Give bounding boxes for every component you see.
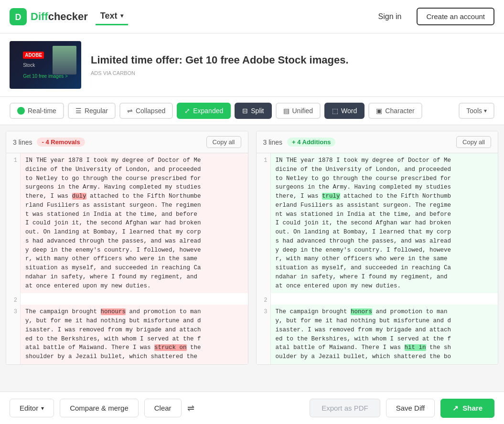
right-panel-header: 3 lines + 4 Additions Copy all	[257, 131, 498, 153]
left-panel: 3 lines - 4 Removals Copy all 1 IN THE y…	[6, 131, 248, 365]
logo-text: Diffchecker	[31, 11, 88, 23]
right-line-content-3: The campaign brought honors and promotio…	[271, 305, 498, 364]
split-icon: ⊟	[242, 107, 248, 115]
create-account-button[interactable]: Create an account	[417, 8, 494, 25]
highlight-honours: honours	[101, 308, 126, 315]
ad-image: ADOBE Stock Get 10 free images >	[10, 41, 81, 89]
left-line-content-1: IN THE year 1878 I took my degree of Doc…	[21, 153, 248, 293]
right-stats: 3 lines + 4 Additions	[263, 138, 336, 147]
additions-badge: + 4 Additions	[287, 138, 336, 147]
removals-badge: - 4 Removals	[37, 138, 85, 147]
right-diff-content: 1 IN THE year 1878 I took my degree of D…	[257, 153, 498, 364]
split-label: Split	[251, 107, 264, 115]
right-line-num-1: 1	[257, 153, 271, 293]
right-panel: 3 lines + 4 Additions Copy all 1 IN THE …	[256, 131, 499, 365]
svg-text:D: D	[15, 12, 21, 22]
right-line-num-3: 3	[257, 305, 271, 364]
expanded-label: Expanded	[193, 107, 223, 115]
right-line-content-2	[271, 293, 498, 305]
character-button[interactable]: ▣ Character	[368, 103, 422, 119]
left-line-content-3: The campaign brought honours and promoti…	[21, 305, 248, 364]
sign-in-button[interactable]: Sign in	[371, 9, 409, 25]
left-lines-count: 3 lines	[13, 138, 32, 146]
realtime-label: Real-time	[28, 107, 56, 115]
right-line-num-2: 2	[257, 293, 271, 305]
collapsed-button[interactable]: ⇌ Collapsed	[119, 103, 173, 119]
left-line-num-1: 1	[6, 153, 21, 293]
compare-merge-button[interactable]: Compare & merge	[60, 399, 139, 417]
left-line-num-3: 3	[6, 305, 21, 364]
realtime-button[interactable]: Real-time	[10, 103, 64, 119]
highlight-truly: truly	[322, 193, 340, 200]
character-label: Character	[385, 107, 414, 115]
left-line-num-2: 2	[6, 293, 21, 305]
compare-merge-label: Compare & merge	[70, 404, 129, 412]
ad-stock-icon: Stock	[23, 63, 35, 68]
ad-person-image	[53, 46, 76, 74]
highlight-struck-on: struck on	[154, 344, 187, 351]
diff-container: 3 lines - 4 Removals Copy all 1 IN THE y…	[0, 125, 504, 413]
swap-icon: ⇌	[187, 403, 194, 413]
word-button[interactable]: ⬚ Word	[324, 103, 365, 119]
realtime-icon	[17, 107, 25, 115]
right-line-3: 3 The campaign brought honors and promot…	[257, 305, 498, 364]
ad-person-silhouette	[53, 46, 76, 74]
left-diff-content: 1 IN THE year 1878 I took my degree of D…	[6, 153, 248, 364]
tools-chevron-icon: ▾	[484, 107, 487, 114]
highlight-duly: duly	[72, 193, 86, 200]
right-line-1: 1 IN THE year 1878 I took my degree of D…	[257, 153, 498, 293]
bottom-toolbar: Editor ▾ Compare & merge Clear ⇌ Export …	[0, 392, 504, 424]
left-line-content-2	[21, 293, 248, 305]
text-dropdown[interactable]: Text ▾	[96, 8, 128, 25]
word-label: Word	[341, 107, 357, 115]
unified-label: Unified	[292, 107, 313, 115]
left-line-3: 3 The campaign brought honours and promo…	[6, 305, 248, 364]
export-pdf-button[interactable]: Export as PDF	[310, 399, 380, 417]
highlight-honors: honors	[351, 308, 372, 315]
adobe-badge: ADOBE	[23, 52, 44, 59]
unified-icon: ▤	[283, 107, 290, 115]
right-copy-all-button[interactable]: Copy all	[456, 136, 491, 148]
left-copy-all-button[interactable]: Copy all	[206, 136, 241, 148]
split-button[interactable]: ⊟ Split	[235, 103, 271, 119]
right-line-2: 2	[257, 293, 498, 305]
editor-chevron-icon: ▾	[41, 405, 44, 412]
collapsed-label: Collapsed	[136, 107, 165, 115]
regular-icon: ☰	[75, 107, 82, 115]
share-icon: ↗	[452, 404, 459, 413]
logo[interactable]: D Diffchecker	[10, 8, 88, 25]
word-icon: ⬚	[332, 107, 338, 115]
clear-button[interactable]: Clear	[144, 399, 182, 417]
regular-button[interactable]: ☰ Regular	[68, 103, 116, 119]
text-label: Text	[100, 11, 118, 21]
tools-label: Tools	[466, 107, 482, 115]
share-button[interactable]: ↗ Share	[440, 399, 494, 418]
ad-via: ADS VIA CARBON	[91, 70, 494, 76]
expanded-button[interactable]: ⤢ Expanded	[177, 103, 231, 119]
highlight-hit-in: hit in	[405, 344, 426, 351]
ad-title: Limited time offer: Get 10 free Adobe St…	[91, 54, 494, 66]
ad-content: Limited time offer: Get 10 free Adobe St…	[91, 54, 494, 76]
right-line-content-1: IN THE year 1878 I took my degree of Doc…	[271, 153, 498, 293]
left-stats: 3 lines - 4 Removals	[13, 138, 85, 147]
tools-button[interactable]: Tools ▾	[459, 103, 494, 119]
left-line-2: 2	[6, 293, 248, 305]
regular-label: Regular	[85, 107, 108, 115]
chevron-down-icon: ▾	[120, 12, 123, 19]
save-diff-button[interactable]: Save Diff	[386, 399, 435, 417]
share-label: Share	[462, 404, 483, 412]
collapsed-icon: ⇌	[127, 107, 133, 115]
editor-button[interactable]: Editor ▾	[10, 399, 54, 417]
left-line-1: 1 IN THE year 1878 I took my degree of D…	[6, 153, 248, 293]
toolbar: Real-time ☰ Regular ⇌ Collapsed ⤢ Expand…	[0, 97, 504, 125]
unified-button[interactable]: ▤ Unified	[276, 103, 321, 119]
header: D Diffchecker Text ▾ Sign in Create an a…	[0, 0, 504, 33]
editor-label: Editor	[20, 404, 38, 412]
character-icon: ▣	[376, 107, 382, 115]
right-lines-count: 3 lines	[263, 138, 282, 146]
left-panel-header: 3 lines - 4 Removals Copy all	[6, 131, 248, 153]
expanded-icon: ⤢	[184, 107, 190, 115]
ad-banner: ADOBE Stock Get 10 free images > Limited…	[0, 33, 504, 97]
logo-icon: D	[10, 8, 27, 25]
